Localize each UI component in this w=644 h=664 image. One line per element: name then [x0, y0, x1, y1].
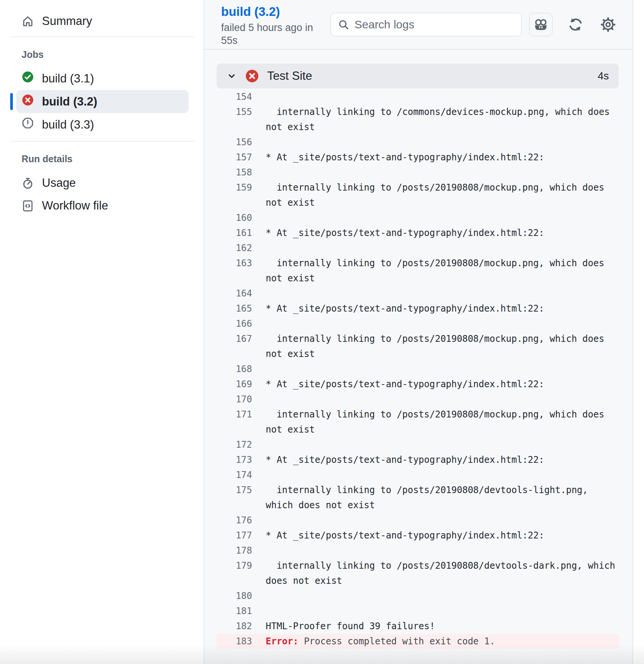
log-line: 178 [217, 543, 619, 558]
sidebar-item-label: build (3.1) [42, 72, 94, 85]
log-line-text [266, 361, 616, 377]
log-line-number[interactable]: 162 [217, 240, 252, 256]
log-line-text [266, 89, 616, 104]
copilot-icon [533, 17, 548, 32]
log-line-number[interactable]: 170 [217, 392, 252, 407]
sidebar-divider [10, 37, 195, 37]
log-line: 164 [217, 286, 619, 301]
log-line-text: internally linking to /commons/devices-m… [266, 104, 616, 135]
log-line-text: internally linking to /posts/20190808/de… [266, 558, 616, 588]
log-line-number[interactable]: 160 [217, 210, 252, 225]
log-line-number[interactable]: 182 [217, 619, 252, 634]
log-line: 157 * At _site/posts/text-and-typography… [217, 150, 619, 165]
log-line-number[interactable]: 180 [217, 588, 252, 603]
job-log-page: Summary Jobs build (3.1) [0, 0, 644, 664]
re-run-button[interactable] [564, 13, 587, 36]
search-logs-input[interactable] [355, 18, 514, 31]
run-details-heading: Run details [16, 151, 189, 166]
log-line-text: internally linking to /posts/20190808/mo… [266, 180, 616, 210]
log-lines: 154 155 internally linking to /commons/d… [217, 88, 619, 649]
log-line: 182 HTML-Proofer found 39 failures! [217, 619, 619, 634]
log-line-number[interactable]: 173 [217, 452, 252, 467]
sidebar-item-usage[interactable]: Usage [16, 172, 189, 194]
sidebar-item-summary[interactable]: Summary [16, 11, 189, 32]
x-circle-icon [22, 94, 34, 109]
log-line-text [266, 467, 616, 482]
log-header: build (3.2) failed 5 hours ago in 55s [204, 0, 644, 50]
sidebar-divider [10, 141, 195, 141]
log-line-text: internally linking to /posts/20190808/mo… [266, 407, 616, 437]
copilot-button[interactable] [529, 13, 553, 36]
sidebar-item-job[interactable]: build (3.1) [16, 67, 189, 90]
log-line: 161 * At _site/posts/text-and-typography… [217, 225, 619, 240]
log-line-number[interactable]: 159 [217, 180, 252, 210]
log-line-text [266, 603, 616, 619]
log-line-number[interactable]: 161 [217, 225, 252, 240]
log-line-number[interactable]: 174 [217, 467, 252, 482]
chevron-down-icon[interactable] [226, 71, 237, 81]
log-line-number[interactable]: 176 [217, 513, 252, 528]
log-line: 171 internally linking to /posts/2019080… [217, 407, 619, 437]
log-line: 170 [217, 392, 619, 407]
log-line-number[interactable]: 154 [217, 89, 252, 104]
log-line-text: * At _site/posts/text-and-typography/ind… [266, 528, 616, 543]
log-line-text: * At _site/posts/text-and-typography/ind… [266, 452, 616, 467]
log-line-number[interactable]: 156 [217, 135, 252, 150]
log-line: 183 Error: Process completed with exit c… [217, 634, 619, 649]
home-icon [22, 15, 34, 28]
log-line-text [266, 135, 616, 150]
log-line-number[interactable]: 158 [217, 165, 252, 180]
log-line-number[interactable]: 155 [217, 104, 252, 135]
log-line: 156 [217, 135, 619, 150]
sidebar-item-workflow-file[interactable]: Workflow file [16, 194, 189, 217]
log-line-number[interactable]: 179 [217, 558, 252, 588]
log-line: 176 [217, 513, 619, 528]
log-line-number[interactable]: 163 [217, 256, 252, 286]
log-line-number[interactable]: 165 [217, 301, 252, 316]
error-prefix: Error: [266, 636, 304, 647]
scroll-gutter[interactable] [633, 0, 644, 664]
log-line: 167 internally linking to /posts/2019080… [217, 331, 619, 361]
log-line-text: * At _site/posts/text-and-typography/ind… [266, 225, 616, 240]
settings-button[interactable] [596, 13, 620, 36]
log-group-duration: 4s [598, 70, 609, 82]
log-line-number[interactable]: 166 [217, 316, 252, 331]
log-line-text: Error: Process completed with exit code … [266, 634, 616, 649]
log-line-number[interactable]: 178 [217, 543, 252, 558]
log-line-number[interactable]: 172 [217, 437, 252, 452]
log-line-number[interactable]: 177 [217, 528, 252, 543]
log-line-number[interactable]: 175 [217, 482, 252, 513]
log-line-text: HTML-Proofer found 39 failures! [266, 619, 616, 634]
log-line: 162 [217, 240, 619, 256]
log-line-text [266, 437, 616, 452]
search-box [331, 13, 522, 36]
log-line-text [266, 392, 616, 407]
log-line-text [266, 165, 616, 180]
log-group-header[interactable]: Test Site 4s [217, 64, 619, 88]
job-title-link[interactable]: build (3.2) [221, 5, 280, 19]
log-panel: build (3.2) failed 5 hours ago in 55s [204, 0, 644, 664]
log-line-number[interactable]: 171 [217, 407, 252, 437]
log-line-number[interactable]: 183 [217, 634, 252, 649]
sidebar-item-job[interactable]: build (3.2) [16, 90, 189, 113]
log-line: 175 internally linking to /posts/2019080… [217, 482, 619, 513]
check-circle-icon [22, 71, 34, 86]
log-line-number[interactable]: 157 [217, 150, 252, 165]
log-line: 179 internally linking to /posts/2019080… [217, 558, 619, 588]
log-line: 155 internally linking to /commons/devic… [217, 104, 619, 135]
log-line-number[interactable]: 167 [217, 331, 252, 361]
log-line-number[interactable]: 168 [217, 361, 252, 377]
log-line: 177 * At _site/posts/text-and-typography… [217, 528, 619, 543]
title-block: build (3.2) failed 5 hours ago in 55s [221, 2, 323, 47]
log-line-number[interactable]: 164 [217, 286, 252, 301]
log-line-number[interactable]: 181 [217, 603, 252, 619]
sidebar-item-job[interactable]: build (3.3) [16, 113, 189, 136]
log-line-text: * At _site/posts/text-and-typography/ind… [266, 377, 616, 392]
log-line-number[interactable]: 169 [217, 377, 252, 392]
log-line: 158 [217, 165, 619, 180]
log-line: 169 * At _site/posts/text-and-typography… [217, 377, 619, 392]
sidebar-item-label: Workflow file [42, 199, 108, 213]
log-line-text [266, 316, 616, 331]
log-line-text [266, 286, 616, 301]
job-status-text: failed 5 hours ago in 55s [221, 21, 323, 47]
